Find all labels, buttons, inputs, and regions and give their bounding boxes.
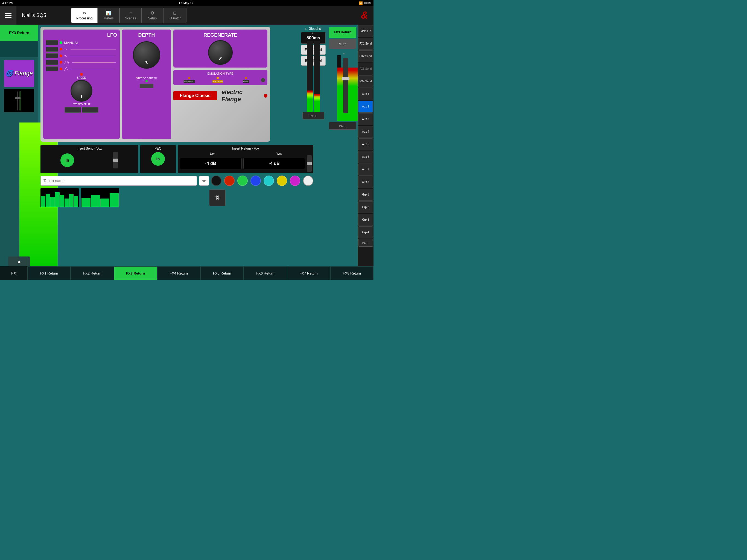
fx2-return-tab[interactable]: FX2 Return — [71, 266, 114, 280]
lfo-manual-btn[interactable] — [46, 40, 58, 45]
grp3-button[interactable]: Grp 3 — [358, 214, 373, 226]
fx4-return-tab[interactable]: FX4 Return — [157, 266, 200, 280]
emul-ambient-btn[interactable]: AMBIENT — [183, 80, 195, 83]
stereo-spread-btn[interactable] — [140, 84, 153, 88]
color-blue[interactable] — [251, 176, 261, 186]
color-cyan[interactable] — [264, 176, 274, 186]
lfo-wave3-led — [60, 61, 62, 64]
color-yellow[interactable] — [277, 176, 287, 186]
channel-fader[interactable] — [343, 58, 348, 113]
depth-section: DEPTH STEREO SPREAD — [122, 29, 171, 139]
lfo-section: LFO MANUAL ～ ∿ — [43, 29, 120, 139]
grp2-button[interactable]: Grp 2 — [358, 201, 373, 213]
insert-send-fader[interactable] — [113, 152, 118, 169]
stereo-spread-label: STEREO SPREAD — [136, 77, 157, 80]
brand-logo: & — [361, 9, 368, 21]
fx3-send-button[interactable]: FX3 Send — [358, 63, 373, 75]
lfo-wave1-btn[interactable] — [46, 47, 58, 52]
mini-bar-11 — [100, 199, 109, 207]
mini-bar-1 — [41, 196, 45, 207]
lfo-bottom-btn1[interactable] — [65, 107, 81, 113]
fx3-return-channel-btn[interactable]: FX3 Return — [329, 27, 356, 38]
aux6-button[interactable]: Aux 6 — [358, 151, 373, 163]
tab-setup[interactable]: ⚙ Setup — [141, 8, 163, 23]
aux3-button[interactable]: Aux 3 — [358, 113, 373, 125]
fx6-return-tab[interactable]: FX6 Return — [243, 266, 287, 280]
fx4-send-button[interactable]: FX4 Send — [358, 75, 373, 87]
tab-scenes[interactable]: ≡ Scenes — [120, 8, 141, 23]
insert-return-controls: -4 dB -4 dB — [180, 155, 312, 172]
color-magenta[interactable] — [290, 176, 300, 186]
color-red[interactable] — [224, 176, 235, 186]
depth-knob-indicator — [145, 61, 148, 64]
emul-ambient-col: AMBIENT — [176, 77, 203, 83]
lfo-speed-knob[interactable] — [71, 80, 93, 102]
emul-ambient-label: AMBIENT — [184, 80, 195, 83]
aux7-button[interactable]: Aux 7 — [358, 163, 373, 176]
aux2-button[interactable]: Aux 2 — [358, 101, 373, 113]
channel-fader-area: 10010203040 — [329, 50, 356, 121]
channel-name-input[interactable] — [41, 176, 197, 186]
aux5-button[interactable]: Aux 5 — [358, 138, 373, 150]
tab-scenes-label: Scenes — [125, 17, 136, 20]
main-lr-button[interactable]: Main LR — [358, 25, 373, 37]
mute-button[interactable]: Mute — [329, 39, 356, 49]
aux4-button[interactable]: Aux 4 — [358, 126, 373, 138]
tab-io-patch[interactable]: ⊞ IO Patch — [163, 8, 186, 23]
meter-right-fill — [314, 94, 320, 112]
grp4-button[interactable]: Grp 4 — [358, 226, 373, 238]
emulation-extra-btn[interactable] — [261, 78, 265, 82]
wifi-icon: 📶 — [359, 1, 363, 5]
channel-meter-fill — [337, 68, 341, 116]
emulation-section: EMULATION TYPE AMBIENT VINTAGE — [173, 70, 267, 85]
color-black[interactable] — [211, 176, 222, 186]
dry-label: Dry — [180, 152, 245, 155]
meter-pafl-button[interactable]: PAFL — [302, 112, 324, 120]
strip-pafl-button[interactable]: PAFL — [358, 239, 373, 247]
insert-return-fader[interactable] — [307, 155, 312, 172]
scroll-button[interactable]: ⇅ — [209, 189, 226, 206]
meter-pk-labels: Pk — [300, 32, 327, 35]
menu-button[interactable] — [0, 6, 17, 25]
color-green[interactable] — [237, 176, 248, 186]
tab-meters[interactable]: 📊 Meters — [98, 8, 120, 23]
lfo-bottom-btn2[interactable] — [82, 107, 98, 113]
fx7-return-tab[interactable]: FX7 Return — [287, 266, 330, 280]
tab-processing-label: Processing — [76, 17, 93, 20]
fx3-return-tab[interactable]: FX3 Return — [114, 266, 157, 280]
meter-left-bar — [307, 41, 313, 112]
up-arrow-button[interactable]: ▲ — [8, 256, 30, 266]
insert-return-fader-handle[interactable] — [307, 162, 312, 165]
depth-knob[interactable] — [133, 41, 160, 69]
tab-processing[interactable]: ✉ Processing — [71, 8, 98, 23]
fader-handle[interactable] — [342, 77, 350, 80]
fx1-return-tab[interactable]: FX1 Return — [27, 266, 71, 280]
fx2-send-button[interactable]: FX2 Send — [358, 50, 373, 62]
lfo-manual-label: MANUAL — [64, 41, 117, 45]
grp1-button[interactable]: Grp 1 — [358, 189, 373, 201]
regen-knob[interactable] — [208, 40, 233, 65]
flange-preset-slot[interactable]: 🌀 Flange — [4, 59, 34, 87]
color-white[interactable] — [303, 176, 313, 186]
preset-name[interactable]: Flange Classic — [173, 91, 217, 100]
fx5-return-tab[interactable]: FX5 Return — [200, 266, 243, 280]
meter-bars-container — [300, 35, 327, 112]
fx1-send-button[interactable]: FX1 Send — [358, 38, 373, 50]
aux1-button[interactable]: Aux 1 — [358, 88, 373, 100]
lfo-wave1-row: ～ — [46, 47, 117, 52]
fx3-return-top-button[interactable]: FX3 Return — [0, 25, 38, 41]
peq-in-button[interactable]: In — [151, 152, 165, 166]
channel-pafl-button[interactable]: PAFL — [329, 122, 356, 130]
emul-wild-btn[interactable]: WILD — [243, 80, 250, 83]
lfo-wave4-btn[interactable] — [46, 67, 58, 71]
fx8-return-tab[interactable]: FX8 Return — [330, 266, 374, 280]
emul-vintage-btn[interactable]: VINTAGE — [212, 80, 223, 83]
insert-send-fader-handle[interactable] — [113, 159, 118, 162]
aux8-button[interactable]: Aux 8 — [358, 176, 373, 188]
edit-name-button[interactable]: ✏ — [199, 176, 209, 186]
lfo-wave2-btn[interactable] — [46, 53, 58, 58]
insert-send-in-button[interactable]: In — [60, 153, 74, 167]
sidebar-fader — [4, 89, 34, 112]
fx-section-label: FX — [0, 266, 27, 280]
lfo-wave3-btn[interactable] — [46, 60, 58, 65]
